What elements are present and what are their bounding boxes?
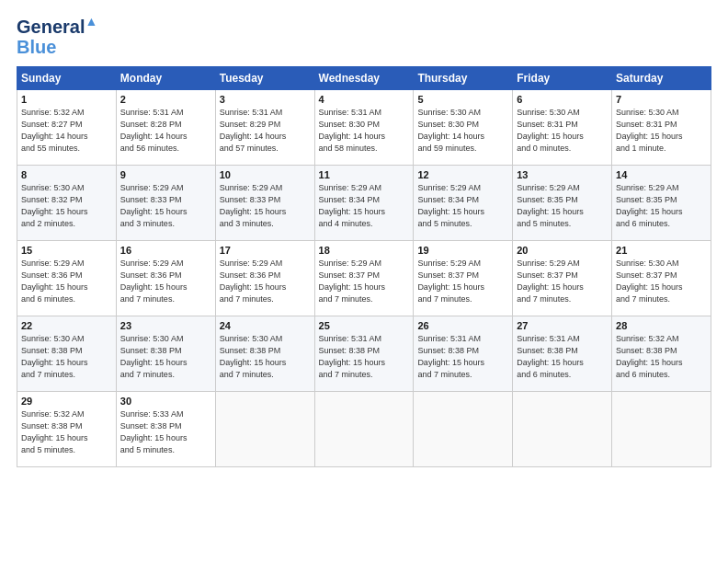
day-header-monday: Monday bbox=[116, 66, 215, 89]
calendar-cell: 22Sunrise: 5:30 AM Sunset: 8:38 PM Dayli… bbox=[17, 316, 117, 391]
day-info: Sunrise: 5:32 AM Sunset: 8:38 PM Dayligh… bbox=[616, 333, 707, 381]
calendar-cell: 18Sunrise: 5:29 AM Sunset: 8:37 PM Dayli… bbox=[314, 240, 414, 316]
calendar-cell: 17Sunrise: 5:29 AM Sunset: 8:36 PM Dayli… bbox=[215, 240, 314, 316]
day-info: Sunrise: 5:32 AM Sunset: 8:27 PM Dayligh… bbox=[21, 107, 112, 155]
calendar-week-4: 22Sunrise: 5:30 AM Sunset: 8:38 PM Dayli… bbox=[17, 316, 711, 391]
day-info: Sunrise: 5:29 AM Sunset: 8:37 PM Dayligh… bbox=[319, 258, 410, 305]
day-number: 26 bbox=[417, 320, 508, 331]
day-number: 16 bbox=[120, 245, 211, 256]
calendar-header-row: SundayMondayTuesdayWednesdayThursdayFrid… bbox=[17, 66, 711, 89]
day-number: 7 bbox=[616, 94, 707, 105]
calendar-cell: 12Sunrise: 5:29 AM Sunset: 8:34 PM Dayli… bbox=[414, 165, 513, 240]
calendar-week-2: 8Sunrise: 5:30 AM Sunset: 8:32 PM Daylig… bbox=[17, 165, 711, 240]
day-number: 22 bbox=[21, 320, 112, 331]
day-number: 3 bbox=[220, 94, 311, 105]
day-header-tuesday: Tuesday bbox=[215, 66, 314, 89]
calendar-cell: 6Sunrise: 5:30 AM Sunset: 8:31 PM Daylig… bbox=[513, 89, 612, 165]
calendar-cell bbox=[414, 391, 513, 466]
calendar-cell: 9Sunrise: 5:29 AM Sunset: 8:33 PM Daylig… bbox=[116, 165, 215, 240]
calendar-cell bbox=[215, 391, 314, 466]
calendar-cell: 1Sunrise: 5:32 AM Sunset: 8:27 PM Daylig… bbox=[17, 89, 117, 165]
day-info: Sunrise: 5:30 AM Sunset: 8:38 PM Dayligh… bbox=[21, 333, 112, 381]
day-number: 24 bbox=[220, 320, 311, 331]
day-info: Sunrise: 5:29 AM Sunset: 8:33 PM Dayligh… bbox=[220, 182, 311, 230]
calendar-cell: 2Sunrise: 5:31 AM Sunset: 8:28 PM Daylig… bbox=[116, 89, 215, 165]
day-info: Sunrise: 5:31 AM Sunset: 8:38 PM Dayligh… bbox=[319, 333, 410, 381]
calendar-cell: 30Sunrise: 5:33 AM Sunset: 8:38 PM Dayli… bbox=[116, 391, 215, 466]
day-info: Sunrise: 5:30 AM Sunset: 8:30 PM Dayligh… bbox=[417, 107, 508, 155]
calendar-cell: 14Sunrise: 5:29 AM Sunset: 8:35 PM Dayli… bbox=[612, 165, 711, 240]
calendar-cell: 19Sunrise: 5:29 AM Sunset: 8:37 PM Dayli… bbox=[414, 240, 513, 316]
day-number: 13 bbox=[517, 169, 608, 180]
calendar-cell: 27Sunrise: 5:31 AM Sunset: 8:38 PM Dayli… bbox=[513, 316, 612, 391]
day-number: 1 bbox=[21, 94, 112, 105]
day-info: Sunrise: 5:32 AM Sunset: 8:38 PM Dayligh… bbox=[21, 408, 112, 456]
day-number: 21 bbox=[616, 245, 707, 256]
day-info: Sunrise: 5:30 AM Sunset: 8:32 PM Dayligh… bbox=[21, 182, 112, 230]
logo-triangle: ▲ bbox=[85, 14, 97, 29]
day-info: Sunrise: 5:29 AM Sunset: 8:34 PM Dayligh… bbox=[319, 182, 410, 230]
day-info: Sunrise: 5:29 AM Sunset: 8:33 PM Dayligh… bbox=[120, 182, 211, 230]
calendar-cell: 28Sunrise: 5:32 AM Sunset: 8:38 PM Dayli… bbox=[612, 316, 711, 391]
calendar-cell: 4Sunrise: 5:31 AM Sunset: 8:30 PM Daylig… bbox=[314, 89, 414, 165]
day-header-friday: Friday bbox=[513, 66, 612, 89]
day-info: Sunrise: 5:29 AM Sunset: 8:36 PM Dayligh… bbox=[21, 258, 112, 305]
calendar-cell: 5Sunrise: 5:30 AM Sunset: 8:30 PM Daylig… bbox=[414, 89, 513, 165]
calendar-cell bbox=[612, 391, 711, 466]
day-number: 29 bbox=[21, 396, 112, 407]
calendar-cell: 26Sunrise: 5:31 AM Sunset: 8:38 PM Dayli… bbox=[414, 316, 513, 391]
day-info: Sunrise: 5:30 AM Sunset: 8:31 PM Dayligh… bbox=[517, 107, 608, 155]
day-number: 17 bbox=[220, 245, 311, 256]
day-number: 23 bbox=[120, 320, 211, 331]
day-number: 25 bbox=[319, 320, 410, 331]
day-number: 2 bbox=[120, 94, 211, 105]
day-info: Sunrise: 5:29 AM Sunset: 8:34 PM Dayligh… bbox=[417, 182, 508, 230]
day-info: Sunrise: 5:31 AM Sunset: 8:38 PM Dayligh… bbox=[417, 333, 508, 381]
day-number: 19 bbox=[417, 245, 508, 256]
day-number: 15 bbox=[21, 245, 112, 256]
calendar-cell: 25Sunrise: 5:31 AM Sunset: 8:38 PM Dayli… bbox=[314, 316, 414, 391]
day-info: Sunrise: 5:30 AM Sunset: 8:38 PM Dayligh… bbox=[220, 333, 311, 381]
calendar-cell: 23Sunrise: 5:30 AM Sunset: 8:38 PM Dayli… bbox=[116, 316, 215, 391]
calendar-cell: 13Sunrise: 5:29 AM Sunset: 8:35 PM Dayli… bbox=[513, 165, 612, 240]
calendar-cell: 11Sunrise: 5:29 AM Sunset: 8:34 PM Dayli… bbox=[314, 165, 414, 240]
calendar-cell: 20Sunrise: 5:29 AM Sunset: 8:37 PM Dayli… bbox=[513, 240, 612, 316]
day-number: 9 bbox=[120, 169, 211, 180]
header: General▲ Blue bbox=[17, 15, 711, 57]
day-number: 11 bbox=[319, 169, 410, 180]
day-header-thursday: Thursday bbox=[414, 66, 513, 89]
day-number: 27 bbox=[517, 320, 608, 331]
calendar-week-3: 15Sunrise: 5:29 AM Sunset: 8:36 PM Dayli… bbox=[17, 240, 711, 316]
day-info: Sunrise: 5:29 AM Sunset: 8:37 PM Dayligh… bbox=[517, 258, 608, 305]
day-number: 14 bbox=[616, 169, 707, 180]
day-number: 28 bbox=[616, 320, 707, 331]
day-info: Sunrise: 5:29 AM Sunset: 8:35 PM Dayligh… bbox=[517, 182, 608, 230]
day-info: Sunrise: 5:30 AM Sunset: 8:38 PM Dayligh… bbox=[120, 333, 211, 381]
calendar-cell: 15Sunrise: 5:29 AM Sunset: 8:36 PM Dayli… bbox=[17, 240, 117, 316]
day-number: 20 bbox=[517, 245, 608, 256]
day-info: Sunrise: 5:31 AM Sunset: 8:28 PM Dayligh… bbox=[120, 107, 211, 155]
calendar-cell: 29Sunrise: 5:32 AM Sunset: 8:38 PM Dayli… bbox=[17, 391, 117, 466]
day-info: Sunrise: 5:30 AM Sunset: 8:37 PM Dayligh… bbox=[616, 258, 707, 305]
day-number: 12 bbox=[417, 169, 508, 180]
day-info: Sunrise: 5:29 AM Sunset: 8:36 PM Dayligh… bbox=[120, 258, 211, 305]
day-info: Sunrise: 5:29 AM Sunset: 8:36 PM Dayligh… bbox=[220, 258, 311, 305]
day-header-wednesday: Wednesday bbox=[314, 66, 414, 89]
logo-general: General bbox=[17, 17, 85, 37]
calendar-cell: 16Sunrise: 5:29 AM Sunset: 8:36 PM Dayli… bbox=[116, 240, 215, 316]
day-number: 8 bbox=[21, 169, 112, 180]
page: General▲ Blue SundayMondayTuesdayWednesd… bbox=[0, 0, 728, 563]
day-number: 6 bbox=[517, 94, 608, 105]
day-number: 5 bbox=[417, 94, 508, 105]
calendar-cell: 3Sunrise: 5:31 AM Sunset: 8:29 PM Daylig… bbox=[215, 89, 314, 165]
day-info: Sunrise: 5:30 AM Sunset: 8:31 PM Dayligh… bbox=[616, 107, 707, 155]
day-info: Sunrise: 5:29 AM Sunset: 8:35 PM Dayligh… bbox=[616, 182, 707, 230]
calendar-table: SundayMondayTuesdayWednesdayThursdayFrid… bbox=[17, 66, 711, 467]
calendar-week-5: 29Sunrise: 5:32 AM Sunset: 8:38 PM Dayli… bbox=[17, 391, 711, 466]
calendar-week-1: 1Sunrise: 5:32 AM Sunset: 8:27 PM Daylig… bbox=[17, 89, 711, 165]
day-info: Sunrise: 5:31 AM Sunset: 8:30 PM Dayligh… bbox=[319, 107, 410, 155]
calendar-cell: 7Sunrise: 5:30 AM Sunset: 8:31 PM Daylig… bbox=[612, 89, 711, 165]
calendar-cell bbox=[513, 391, 612, 466]
calendar-cell: 8Sunrise: 5:30 AM Sunset: 8:32 PM Daylig… bbox=[17, 165, 117, 240]
day-info: Sunrise: 5:31 AM Sunset: 8:29 PM Dayligh… bbox=[220, 107, 311, 155]
